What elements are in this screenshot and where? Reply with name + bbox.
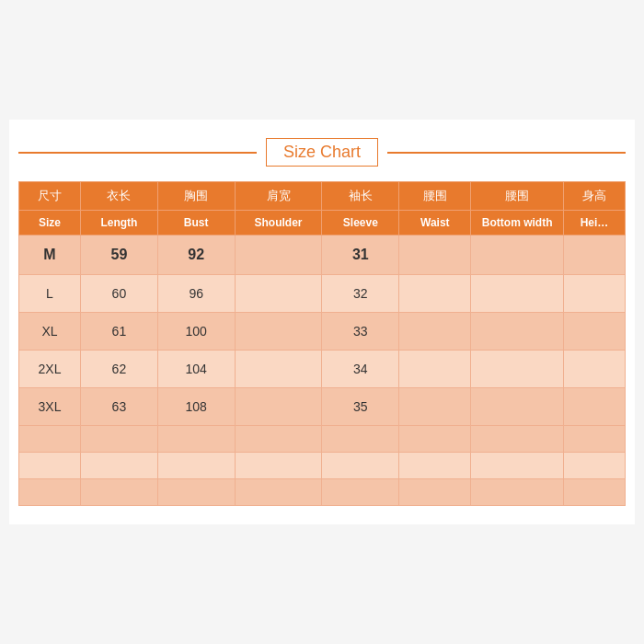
title-line-right xyxy=(387,152,626,154)
en-height: Hei… xyxy=(563,211,625,236)
en-waist: Waist xyxy=(399,211,471,236)
cell: 61 xyxy=(81,313,158,351)
cell xyxy=(563,388,625,426)
cell xyxy=(471,453,564,479)
cn-height: 身高 xyxy=(563,182,625,211)
cell xyxy=(19,426,81,453)
cell xyxy=(563,453,625,479)
table-row: M599231 xyxy=(19,236,626,275)
cell: 108 xyxy=(157,388,235,426)
cell xyxy=(563,236,625,275)
cell: 32 xyxy=(322,275,399,313)
table-body: M599231L609632XL61100332XL62104343XL6310… xyxy=(19,236,626,506)
cell: 100 xyxy=(157,313,235,351)
table-row: L609632 xyxy=(19,275,626,313)
cell xyxy=(399,236,471,275)
cell xyxy=(235,453,322,479)
cell: 31 xyxy=(322,236,399,275)
cn-shoulder: 肩宽 xyxy=(235,182,322,211)
cell xyxy=(399,351,471,388)
cell xyxy=(157,479,235,506)
cell xyxy=(235,426,322,453)
cn-bust: 胸围 xyxy=(157,182,235,211)
cell xyxy=(81,426,158,453)
cell xyxy=(471,236,564,275)
cell xyxy=(471,275,564,313)
cell xyxy=(157,426,235,453)
cell xyxy=(471,388,564,426)
empty-row xyxy=(19,426,626,453)
cell xyxy=(471,479,564,506)
en-bottom: Bottom width xyxy=(471,211,564,236)
cell: 59 xyxy=(81,236,158,275)
cell xyxy=(235,479,322,506)
header-row-english: Size Length Bust Shoulder Sleeve Waist B… xyxy=(19,211,626,236)
cell xyxy=(235,313,322,351)
cell xyxy=(19,453,81,479)
cell: 35 xyxy=(322,388,399,426)
cn-sleeve: 袖长 xyxy=(322,182,399,211)
table-row: 3XL6310835 xyxy=(19,388,626,426)
title-line-left xyxy=(18,152,257,154)
cell xyxy=(399,313,471,351)
cell: M xyxy=(19,236,81,275)
en-length: Length xyxy=(81,211,158,236)
cell xyxy=(19,479,81,506)
cell: 34 xyxy=(322,351,399,388)
table-row: 2XL6210434 xyxy=(19,351,626,388)
cell xyxy=(322,453,399,479)
size-table: 尺寸 衣长 胸围 肩宽 袖长 腰围 腰围 身高 Size Length Bust… xyxy=(18,181,626,506)
cell xyxy=(322,426,399,453)
cell: 104 xyxy=(157,351,235,388)
cell xyxy=(235,275,322,313)
cn-waist: 腰围 xyxy=(399,182,471,211)
empty-row xyxy=(19,453,626,479)
cell xyxy=(563,426,625,453)
cell: XL xyxy=(19,313,81,351)
cn-bottom: 腰围 xyxy=(471,182,564,211)
cell xyxy=(399,426,471,453)
cell xyxy=(322,479,399,506)
cell: 3XL xyxy=(19,388,81,426)
en-bust: Bust xyxy=(157,211,235,236)
cell xyxy=(399,388,471,426)
size-chart-container: Size Chart 尺寸 衣长 胸围 肩宽 袖长 腰围 腰围 身高 Size … xyxy=(9,120,635,524)
cn-size: 尺寸 xyxy=(19,182,81,211)
cell xyxy=(399,479,471,506)
en-shoulder: Shoulder xyxy=(235,211,322,236)
cell xyxy=(471,313,564,351)
cell xyxy=(235,388,322,426)
table-row: XL6110033 xyxy=(19,313,626,351)
cell: 2XL xyxy=(19,351,81,388)
cell: L xyxy=(19,275,81,313)
cell: 63 xyxy=(81,388,158,426)
cell xyxy=(563,313,625,351)
cell: 96 xyxy=(157,275,235,313)
en-sleeve: Sleeve xyxy=(322,211,399,236)
cell xyxy=(563,275,625,313)
cell xyxy=(399,275,471,313)
cell xyxy=(563,351,625,388)
cell: 60 xyxy=(81,275,158,313)
title-row: Size Chart xyxy=(18,138,626,167)
cell: 62 xyxy=(81,351,158,388)
chart-title: Size Chart xyxy=(266,138,378,167)
cn-length: 衣长 xyxy=(81,182,158,211)
cell: 33 xyxy=(322,313,399,351)
cell xyxy=(81,479,158,506)
cell xyxy=(235,236,322,275)
cell xyxy=(157,453,235,479)
cell xyxy=(235,351,322,388)
cell xyxy=(471,351,564,388)
cell xyxy=(563,479,625,506)
cell xyxy=(81,453,158,479)
cell xyxy=(399,453,471,479)
en-size: Size xyxy=(19,211,81,236)
empty-row xyxy=(19,479,626,506)
header-row-chinese: 尺寸 衣长 胸围 肩宽 袖长 腰围 腰围 身高 xyxy=(19,182,626,211)
cell: 92 xyxy=(157,236,235,275)
cell xyxy=(471,426,564,453)
